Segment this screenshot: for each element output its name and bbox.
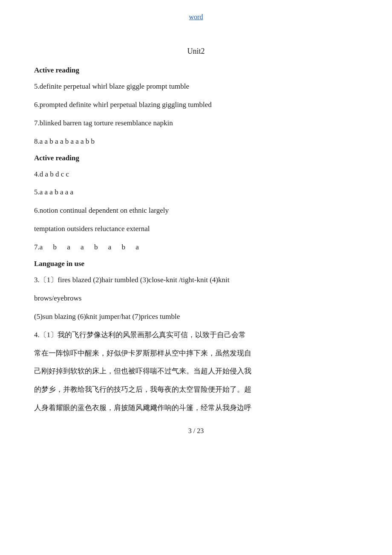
line-4d-zh: 的梦乡，并教给我飞行的技巧之后，我每夜的太空冒险便开始了。超 [34,384,358,396]
line-6b: 6.notion continual dependent on ethnic l… [34,205,358,217]
page-container: word Unit2 Active reading 5.definite per… [0,0,392,555]
line-7b: 7.a b a a b a b a [34,241,358,254]
line-6c: temptation outsiders reluctance external [34,223,358,235]
line-3a: 3.〔1〕fires blazed (2)hair tumbled (3)clo… [34,274,358,286]
line-4c-zh: 己刚好掉到软软的床上，但也被吓得喘不过气来。当超人开始侵入我 [34,365,358,378]
word-link[interactable]: word [189,13,203,20]
top-link-area: word [34,13,358,21]
page-number: 3 / 23 [34,427,358,435]
line-4b-zh: 常在一阵惊吓中醒来，好似伊卡罗斯那样从空中摔下来，虽然发现自 [34,347,358,360]
section-heading-language-in-use: Language in use [34,260,358,268]
section-heading-active-reading-1: Active reading [34,66,358,75]
line-6: 6.prompted definite whirl perpetual blaz… [34,99,358,111]
line-5: 5.definite perpetual whirl blaze giggle … [34,81,358,93]
unit-title: Unit2 [34,47,358,56]
section-heading-active-reading-2: Active reading [34,154,358,162]
line-4b: 4.d a b d c c [34,168,358,181]
line-5b: 5.a a a b a a a [34,186,358,199]
line-7: 7.blinked barren tag torture resemblance… [34,117,358,130]
line-8: 8.a a b a a b a a a b b [34,136,358,148]
line-4a-zh: 4.〔1〕我的飞行梦像达利的风景画那么真实可信，以致于自己会常 [34,329,358,341]
line-3b: brows/eyebrows [34,292,358,305]
line-4e-zh: 人身着耀眼的蓝色衣服，肩披随风飕飕作响的斗篷，经常从我身边呼 [34,402,358,414]
line-3c: (5)sun blazing (6)knit jumper/hat (7)pri… [34,311,358,323]
